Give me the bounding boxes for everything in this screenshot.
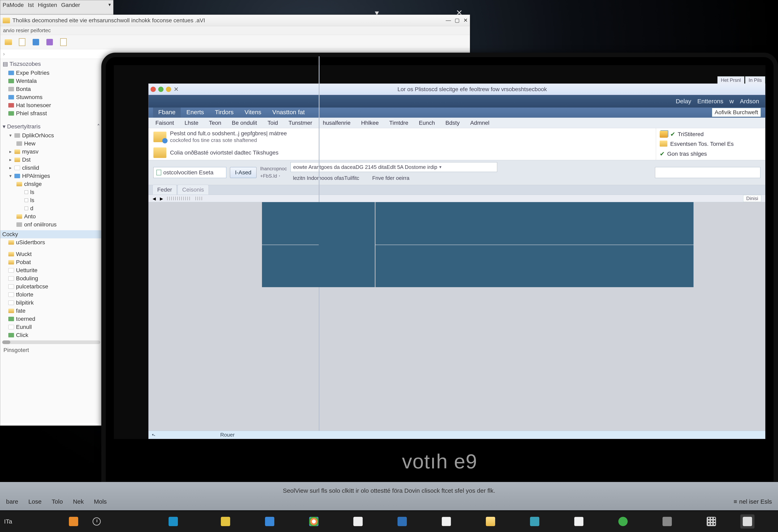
toolbar-doc-icon[interactable]	[18, 38, 26, 46]
taskbar-app-icon[interactable]	[483, 514, 497, 529]
tree-item[interactable]: ▾HPAlrniges	[0, 172, 102, 180]
taskbar-app-icon[interactable]	[351, 514, 365, 529]
tree-item[interactable]: Phiel sfrasst	[0, 109, 102, 117]
footer-menu-item[interactable]: bare	[6, 498, 18, 505]
sub-tab[interactable]: Feder	[153, 185, 177, 195]
checkbox-icon[interactable]	[24, 190, 28, 194]
toolbar-action-icon[interactable]	[46, 38, 54, 46]
tree-item[interactable]: Eunull	[0, 323, 102, 331]
data-grid-block[interactable]	[262, 202, 694, 287]
tree-item[interactable]: Wentala	[0, 77, 102, 85]
ribbon-info-row[interactable]: Peslst ond fult.o sodshent..j gepfgbres|…	[149, 128, 656, 146]
chevron-right-icon[interactable]: ▸	[8, 149, 12, 154]
taskbar-clock-icon[interactable]	[90, 514, 104, 529]
ribbon-submenu[interactable]: Faisont Lhste Teon Be ondulit Toid Tunst…	[149, 118, 765, 128]
ribbon-info-row[interactable]: Colia onðBasté oviortstel dadtec Tikshug…	[149, 146, 656, 160]
footer-menu[interactable]: bare Lose Tolo Nek Mols ≡ nel iser Esls	[6, 498, 772, 505]
taskbar-app-icon[interactable]	[218, 514, 233, 529]
list-icon[interactable]: ≡	[733, 498, 737, 505]
tree-item[interactable]: onf oniilrorus	[0, 220, 102, 229]
tree-item[interactable]: clnslge	[0, 180, 102, 188]
taskbar-app-icon[interactable]	[307, 514, 321, 529]
taskbar-app-icon[interactable]	[67, 514, 81, 529]
chevron-down-icon[interactable]: ▾	[439, 164, 442, 170]
taskbar-app-icon[interactable]	[262, 514, 277, 529]
footer-menu-item[interactable]: Mols	[94, 498, 107, 505]
toolbar-action-icon[interactable]	[32, 38, 40, 46]
ribbon-tab[interactable]: Fbane	[153, 107, 181, 118]
tree-item[interactable]: pulcetarbcse	[0, 282, 102, 291]
ribbon-tab[interactable]: Vitens	[239, 107, 266, 118]
tree-item-selected[interactable]: Cocky	[0, 230, 102, 238]
chevron-right-icon[interactable]: ▸	[8, 157, 12, 162]
submenu-item[interactable]: Tunstmer	[287, 118, 314, 127]
tree-item[interactable]: ▸myasv	[0, 148, 102, 156]
panel-item[interactable]: ✔Gon tras shlges	[660, 150, 762, 157]
traffic-lights[interactable]	[151, 87, 171, 92]
taskbar-app-icon[interactable]	[704, 514, 718, 529]
footer-menu-item[interactable]: Tolo	[52, 498, 63, 505]
tree-item[interactable]: d	[0, 204, 102, 212]
header-link[interactable]: Entterons	[697, 98, 723, 105]
chevron-up-icon[interactable]: ˄	[97, 123, 100, 130]
submenu-item[interactable]: Admnel	[468, 118, 491, 127]
tree-section-header[interactable]: ▾ Desertyitraris ˄	[0, 121, 102, 131]
taskbar-app-icon[interactable]	[616, 514, 630, 529]
tree-item[interactable]: bilpitirk	[0, 299, 102, 307]
bg-menu-item[interactable]: PaMode	[3, 2, 24, 8]
taskbar-app-icon[interactable]	[740, 514, 755, 529]
ribbon-tab[interactable]: Vnastton fat	[267, 107, 310, 118]
taskbar-app-icon[interactable]	[395, 514, 409, 529]
tree-item[interactable]: Click	[0, 331, 102, 339]
bg-menu-item[interactable]: Ist	[28, 2, 34, 8]
header-link[interactable]: Delay	[676, 98, 691, 105]
taskbar-start-label[interactable]: ITa	[4, 518, 12, 525]
tree-section-header[interactable]: ▤ Tiszsozobes	[0, 59, 102, 69]
empty-field[interactable]	[655, 167, 760, 178]
sub-tab[interactable]: Ceisonis	[177, 185, 209, 195]
bg-menu-item[interactable]: Higsten	[38, 2, 57, 8]
ribbon-tab[interactable]: Tirdors	[210, 107, 239, 118]
header-link[interactable]: Ardson	[740, 98, 759, 105]
submenu-item[interactable]: husalfenrie	[321, 118, 353, 127]
toolbar-doc-icon[interactable]	[59, 38, 68, 46]
minimize-button[interactable]: —	[446, 17, 451, 23]
chevron-down-icon[interactable]: ▾	[3, 123, 5, 130]
tree-item[interactable]: Boduling	[0, 274, 102, 282]
right-panel-tab[interactable]: Het Prsnl	[717, 76, 745, 84]
tree-item[interactable]: Hat lsonesoer	[0, 101, 102, 109]
chevron-down-icon[interactable]: ▾	[8, 133, 12, 138]
panel-item[interactable]: Esventsen Tos. Tornel Es	[660, 141, 762, 148]
chevron-down-icon[interactable]: ▾	[108, 2, 111, 8]
submenu-item[interactable]: Teon	[207, 118, 223, 127]
tree-item[interactable]: Expe Poltries	[0, 69, 102, 77]
bg-menu-item[interactable]: Gander	[61, 2, 80, 8]
tree-item[interactable]: ls	[0, 188, 102, 196]
submenu-item[interactable]: Toid	[265, 118, 280, 127]
secondary-tabs[interactable]: Feder Ceisonis	[149, 185, 765, 195]
tree-item[interactable]: ▸clisnlid	[0, 164, 102, 172]
footer-menu-item[interactable]: Nek	[73, 498, 84, 505]
tree-item[interactable]: uSidertbors	[0, 238, 102, 247]
tree-item[interactable]: Stuwnoms	[0, 93, 102, 101]
ribbon-tab[interactable]: Enerts	[181, 107, 209, 118]
ruler-badge[interactable]: Dinisi	[743, 195, 761, 202]
close-icon[interactable]: ✕	[174, 86, 179, 93]
canvas-area[interactable]	[149, 202, 765, 431]
search-field[interactable]: ostcolvocitien Eseta	[153, 167, 226, 178]
tree-item[interactable]: Uetturite	[0, 266, 102, 274]
submenu-item[interactable]: Bdsty	[444, 118, 462, 127]
explorer-titlebar[interactable]: Tholiks decomonshed eite vie erhsarunsch…	[0, 15, 470, 26]
submenu-item[interactable]: Faisont	[153, 118, 176, 127]
taskbar-app-icon[interactable]	[572, 514, 586, 529]
tree-item[interactable]: ▾DplikOrNocs	[0, 131, 102, 140]
ruler-marker[interactable]: ◂	[153, 195, 156, 202]
taskbar[interactable]: ITa	[0, 511, 778, 532]
explorer-tree[interactable]: ▤ Tiszsozobes Expe Poltries Wentala Bont…	[0, 59, 102, 423]
taskbar-app-icon[interactable]	[439, 514, 453, 529]
dropdown[interactable]: Fnve fder oeirra	[370, 173, 412, 183]
tree-item[interactable]: Wuckt	[0, 250, 102, 258]
header-link[interactable]: w	[729, 98, 734, 105]
tree-item[interactable]: tfolorte	[0, 291, 102, 299]
tree-item[interactable]: Anto	[0, 212, 102, 220]
